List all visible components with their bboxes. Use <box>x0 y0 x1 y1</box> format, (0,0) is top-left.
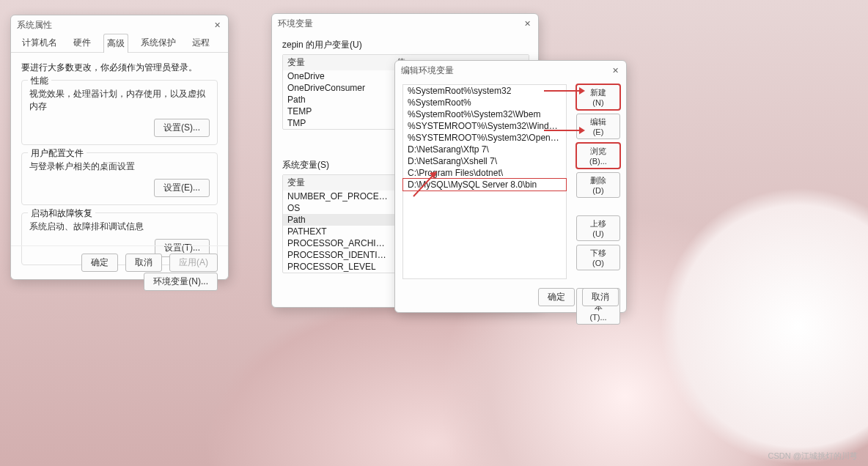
cancel-button[interactable]: 取消 <box>125 254 162 272</box>
tab-计算机名[interactable]: 计算机名 <box>18 33 61 52</box>
var-name: PROCESSOR_LEVEL <box>283 261 392 273</box>
group-title: 用户配置文件 <box>28 147 87 160</box>
var-name: PROCESSOR_ARCHITECT... <box>283 237 392 249</box>
var-name: TMP <box>283 117 392 129</box>
list-item[interactable]: C:\Program Files\dotnet\ <box>403 167 566 179</box>
settings-button[interactable]: 设置(S)... <box>154 119 210 137</box>
list-item[interactable]: %SYSTEMROOT%\System32\OpenSSH\ <box>403 132 566 144</box>
ok-button[interactable]: 确定 <box>538 288 575 306</box>
tab-硬件[interactable]: 硬件 <box>70 33 95 52</box>
admin-message: 要进行大多数更改，你必须作为管理员登录。 <box>21 62 218 74</box>
tab-高级[interactable]: 高级 <box>103 34 128 53</box>
titlebar: 系统属性 ✕ <box>11 15 228 34</box>
list-item[interactable]: %SystemRoot%\System32\Wbem <box>403 108 566 120</box>
window-title: 环境变量 <box>278 18 313 30</box>
group-title: 性能 <box>28 75 51 87</box>
edit-environment-variable-window: 编辑环境变量 ✕ %SystemRoot%\system32%SystemRoo… <box>394 60 627 313</box>
tab-strip: 计算机名硬件高级系统保护远程 <box>11 34 228 53</box>
var-name: PROCESSOR_IDENTIFIER <box>283 249 392 261</box>
var-name: OneDriveConsumer <box>283 82 392 94</box>
group-description: 视觉效果，处理器计划，内存使用，以及虚拟内存 <box>29 88 210 113</box>
system-properties-window: 系统属性 ✕ 计算机名硬件高级系统保护远程 要进行大多数更改，你必须作为管理员登… <box>10 15 229 280</box>
list-item[interactable]: D:\MySQL\MySQL Server 8.0\bin <box>403 179 566 191</box>
close-icon[interactable]: ✕ <box>212 20 222 30</box>
user-vars-label: zepin 的用户变量(U) <box>282 39 528 51</box>
list-item[interactable]: %SystemRoot% <box>403 97 566 108</box>
titlebar: 编辑环境变量 ✕ <box>395 61 626 80</box>
apply-button: 应用(A) <box>169 254 218 272</box>
group-title: 启动和故障恢复 <box>28 207 95 220</box>
dialog-footer: 确定 取消 应用(A) <box>11 245 228 279</box>
titlebar: 环境变量 ✕ <box>272 14 538 33</box>
var-name: NUMBER_OF_PROCESSORS <box>283 191 392 202</box>
move-down-button[interactable]: 下移(O) <box>576 245 620 270</box>
list-item[interactable]: %SYSTEMROOT%\System32\WindowsPowerShell\… <box>403 120 566 132</box>
var-name: Path <box>283 214 392 226</box>
var-name: PATHEXT <box>283 226 392 237</box>
var-name: Path <box>283 94 392 106</box>
cancel-button[interactable]: 取消 <box>582 288 619 306</box>
settings-button[interactable]: 设置(E)... <box>154 179 210 197</box>
tab-系统保护[interactable]: 系统保护 <box>137 33 180 52</box>
ok-button[interactable]: 确定 <box>81 254 118 272</box>
list-item[interactable]: %SystemRoot%\system32 <box>403 85 566 97</box>
column-header-variable: 变量 <box>283 55 392 70</box>
path-entries-list[interactable]: %SystemRoot%\system32%SystemRoot%%System… <box>402 84 567 279</box>
tab-远程[interactable]: 远程 <box>188 33 213 52</box>
var-name: TEMP <box>283 106 392 117</box>
group-用户配置文件: 用户配置文件与登录帐户相关的桌面设置设置(E)... <box>21 152 218 205</box>
var-name: OneDrive <box>283 70 392 82</box>
new-button[interactable]: 新建(N) <box>576 84 620 110</box>
var-name: OS <box>283 202 392 214</box>
list-item[interactable]: D:\NetSarang\Xshell 7\ <box>403 155 566 167</box>
window-title: 编辑环境变量 <box>401 64 454 77</box>
column-header-variable: 变量 <box>283 175 392 191</box>
edit-button[interactable]: 编辑(E) <box>576 114 620 139</box>
dialog-footer: 确定 取消 <box>538 288 619 306</box>
browse-button[interactable]: 浏览(B)... <box>576 143 620 169</box>
move-up-button[interactable]: 上移(U) <box>576 215 620 241</box>
delete-button[interactable]: 删除(D) <box>576 172 620 198</box>
watermark: CSDN @江城挑灯的川芎 <box>768 451 858 462</box>
list-item[interactable]: D:\NetSarang\Xftp 7\ <box>403 144 566 155</box>
close-icon[interactable]: ✕ <box>610 65 620 75</box>
group-description: 系统启动、故障排和调试信息 <box>29 221 210 233</box>
window-title: 系统属性 <box>17 19 52 32</box>
group-description: 与登录帐户相关的桌面设置 <box>29 160 210 173</box>
close-icon[interactable]: ✕ <box>522 18 532 29</box>
group-性能: 性能视觉效果，处理器计划，内存使用，以及虚拟内存设置(S)... <box>21 80 218 145</box>
